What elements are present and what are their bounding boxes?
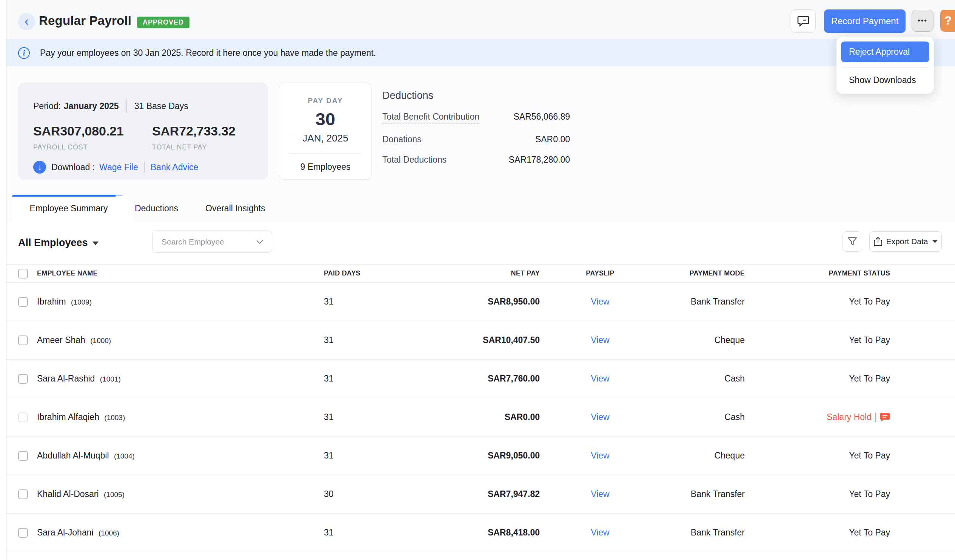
pay-day-number: 30 [279,109,371,130]
employee-name: Sara Al-Rashid [37,374,95,383]
net-pay-value: SAR10,407.50 [448,335,540,345]
table-row[interactable]: Abdullah Al-Muqbil (1004) 31 SAR9,050.00… [6,436,955,475]
download-icon: ↓ [33,161,46,174]
employee-name: Ameer Shah [37,335,85,345]
employee-name: Khalid Al-Dosari [37,489,99,499]
table-row[interactable]: Ibrahim Alfaqieh (1003) 31 SAR0.00 View … [6,398,955,436]
help-button[interactable]: ? [940,10,955,32]
total-deductions-label: Total Deductions [382,155,446,165]
column-payment-status: PAYMENT STATUS [745,269,890,277]
employee-filter-dropdown[interactable]: All Employees [18,237,99,249]
more-actions-menu: Reject Approval Show Downloads [836,37,934,94]
base-days: 31 Base Days [135,101,188,111]
tab-label: Employee Summary [12,195,125,222]
payment-mode-value: Cheque [661,335,745,345]
row-checkbox[interactable] [18,335,28,345]
payment-mode-value: Bank Transfer [661,489,745,499]
payment-status-text: Yet To Pay [849,527,890,538]
payment-status-value: Yet To Pay [745,335,890,345]
export-label: Export Data [886,237,928,246]
pay-day-month-year: JAN, 2025 [279,133,371,144]
view-payslip-link[interactable]: View [591,374,609,383]
filter-button[interactable] [842,232,862,252]
more-dots-icon: ••• [917,17,927,25]
download-label: Download : [51,162,95,172]
table-row[interactable]: Ibrahim (1009) 31 SAR8,950.00 View Bank … [6,283,955,321]
divider [289,153,362,153]
tab-employee-summary[interactable]: Employee Summary [12,195,125,222]
row-checkbox[interactable] [18,490,28,499]
payroll-cost-amount: SAR307,080.21 [33,124,152,139]
column-payslip: PAYSLIP [540,269,661,277]
menu-item-reject-approval[interactable]: Reject Approval [841,42,929,62]
bank-advice-link[interactable]: Bank Advice [150,162,199,172]
payment-mode-value: Cash [661,374,745,384]
row-checkbox[interactable] [18,413,28,422]
net-pay-value: SAR8,418.00 [448,527,540,538]
view-payslip-link[interactable]: View [591,527,609,537]
divider [127,99,127,113]
total-deductions-value: SAR178,280.00 [509,155,570,165]
total-benefit-contribution-label[interactable]: Total Benefit Contribution [382,112,479,124]
search-employee-placeholder: Search Employee [161,237,256,246]
net-pay-value: SAR8,950.00 [448,297,540,307]
total-net-pay-label: TOTAL NET PAY [152,143,207,151]
row-checkbox[interactable] [18,297,28,307]
divider [875,413,876,422]
payroll-cost-label: PAYROLL COST [33,143,152,151]
pay-day-label: PAY DAY [279,97,371,105]
row-checkbox[interactable] [18,451,28,461]
payment-status-text: Salary Hold [827,412,872,422]
tab-overall-insights[interactable]: Overall Insights [205,195,265,222]
table-header-row: EMPLOYEE NAME PAID DAYS NET PAY PAYSLIP … [6,264,955,283]
employee-id: (1009) [71,298,92,306]
chevron-down-icon [256,239,263,244]
record-payment-button[interactable]: Record Payment [824,9,906,33]
employee-name: Ibrahim [37,297,66,307]
export-data-button[interactable]: Export Data [869,232,942,252]
row-checkbox[interactable] [18,374,28,384]
employee-name: Sara Al-Johani [37,527,94,537]
table-row[interactable]: Ameer Shah (1000) 31 SAR10,407.50 View C… [6,321,955,360]
status-badge: APPROVED [137,17,189,28]
left-gutter-border [6,0,6,560]
payment-mode-value: Bank Transfer [661,297,745,307]
more-button[interactable]: ••• [911,10,933,32]
employee-count: 9 Employees [279,162,371,172]
payment-status-text: Yet To Pay [849,297,890,307]
view-payslip-link[interactable]: View [591,412,609,422]
select-all-checkbox[interactable] [18,269,28,278]
row-checkbox[interactable] [18,528,28,538]
table-row[interactable]: Sara Al-Rashid (1001) 31 SAR7,760.00 Vie… [6,360,955,398]
view-payslip-link[interactable]: View [591,297,609,307]
comment-button[interactable] [791,9,816,33]
net-pay-value: SAR0.00 [448,412,540,422]
total-net-pay-amount: SAR72,733.32 [152,124,236,139]
view-payslip-link[interactable]: View [591,451,609,460]
view-payslip-link[interactable]: View [591,489,609,499]
payment-status-value: Yet To Pay [745,297,890,307]
deduction-row: Total Benefit Contribution SAR56,066.89 [382,112,570,124]
page-title: Regular Payroll [39,14,132,28]
employee-filter-label: All Employees [18,237,88,248]
search-employee-select[interactable]: Search Employee [152,231,272,253]
tab-deductions[interactable]: Deductions [135,195,178,222]
wage-file-link[interactable]: Wage File [99,162,138,172]
info-icon: i [18,47,30,59]
column-paid-days: PAID DAYS [324,269,448,277]
menu-item-show-downloads[interactable]: Show Downloads [841,67,929,85]
payment-status-value: Yet To Pay [745,489,890,499]
back-button[interactable]: ‹ [18,13,35,30]
table-row[interactable]: Khalid Al-Dosari (1005) 30 SAR7,947.82 V… [6,475,955,513]
employee-name: Ibrahim Alfaqieh [37,412,99,422]
deduction-row: Total Deductions SAR178,280.00 [382,155,570,165]
column-net-pay: NET PAY [448,269,540,277]
donations-label: Donations [382,135,422,144]
table-row[interactable]: Sara Al-Johani (1006) 31 SAR8,418.00 Vie… [6,513,955,552]
salary-hold-comment-icon[interactable] [880,413,890,422]
chevron-down-icon [932,240,938,243]
help-icon: ? [944,14,952,28]
view-payslip-link[interactable]: View [591,335,609,345]
employee-id: (1000) [90,336,111,344]
paid-days-value: 31 [324,297,448,307]
